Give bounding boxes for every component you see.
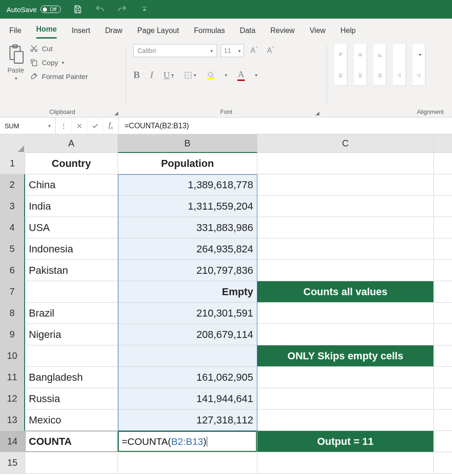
tab-help[interactable]: Help [341,26,356,39]
fill-color-button[interactable] [206,71,215,79]
cell[interactable] [434,238,452,260]
cell[interactable]: Pakistan [25,260,118,281]
cell-A14[interactable]: COUNTA [25,431,118,452]
decrease-indent-icon[interactable] [393,65,406,86]
tab-data[interactable]: Data [240,26,255,39]
decrease-font-icon[interactable]: A˅ [264,46,277,55]
row-header[interactable]: 14 [0,431,25,452]
cell[interactable] [434,217,452,238]
tab-insert[interactable]: Insert [72,26,90,39]
cell[interactable] [118,452,257,474]
enter-icon[interactable] [87,118,103,134]
row-header[interactable]: 12 [0,388,25,410]
cell-D1[interactable] [434,153,452,174]
cell[interactable]: India [25,196,118,217]
row-header[interactable]: 5 [0,238,25,260]
col-header-A[interactable]: A [25,134,118,153]
cell[interactable] [434,260,452,281]
cell[interactable]: 161,062,905 [118,367,257,388]
orientation-icon[interactable]: ▾ [413,44,426,66]
cell[interactable]: USA [25,217,118,238]
cell-B14-active[interactable]: =COUNTA(B2:B13) [118,431,257,452]
cell[interactable]: 1,389,618,778 [118,174,257,196]
align-left-icon[interactable] [334,65,347,86]
align-bottom-icon[interactable] [373,44,386,66]
cell[interactable]: 264,935,824 [118,238,257,260]
tab-review[interactable]: Review [270,26,295,39]
row-header[interactable]: 7 [0,281,25,303]
tab-home[interactable]: Home [36,25,57,39]
align-top-icon[interactable] [334,44,347,66]
tab-view[interactable]: View [309,26,325,39]
align-center-icon[interactable] [354,65,367,86]
cell[interactable] [257,217,434,238]
tab-page-layout[interactable]: Page Layout [138,26,179,39]
cell[interactable] [434,281,452,303]
save-icon[interactable] [72,4,83,15]
font-size-select[interactable]: 11 ▾ [221,44,244,57]
cut-button[interactable]: Cut [30,44,88,53]
cell[interactable]: Russia [25,388,118,410]
annotation-cell[interactable]: Output = 11 [257,431,434,452]
cell-C1[interactable] [257,153,434,174]
cell[interactable]: Nigeria [25,324,118,345]
increase-font-icon[interactable]: A˄ [248,46,261,55]
annotation-cell[interactable]: ONLY Skips empty cells [257,345,434,367]
cell-A1[interactable]: Country [25,153,118,174]
redo-icon[interactable] [117,4,128,15]
cell[interactable] [257,174,434,196]
formula-input[interactable]: =COUNTA(B2:B13) [119,122,452,130]
cell[interactable]: Empty [118,281,257,303]
tab-draw[interactable]: Draw [105,26,122,39]
cell[interactable] [257,324,434,345]
row-header[interactable]: 10 [0,345,25,367]
col-header-C[interactable]: C [257,134,434,153]
align-right-icon[interactable] [373,65,386,86]
cell[interactable]: China [25,174,118,196]
cell[interactable] [25,452,118,474]
dialog-launcher-icon[interactable]: ◢ [114,110,118,116]
cell[interactable]: 1,311,559,204 [118,196,257,217]
copy-button[interactable]: Copy ▾ [30,58,88,66]
name-box[interactable]: SUM ▾ [0,118,56,134]
qat-dropdown-icon[interactable] [139,4,150,15]
align-middle-icon[interactable] [354,44,367,66]
cell[interactable]: 127,318,112 [118,410,257,431]
row-header[interactable]: 3 [0,196,25,217]
cell[interactable] [434,452,452,474]
format-painter-button[interactable]: Format Painter [30,72,88,80]
undo-icon[interactable] [94,4,105,15]
col-header-B[interactable]: B [118,134,257,153]
cell[interactable]: 210,301,591 [118,303,257,324]
cell[interactable] [434,196,452,217]
select-all-corner[interactable] [0,134,25,153]
paste-button[interactable]: Paste ▾ [7,44,25,81]
row-header[interactable]: 6 [0,260,25,281]
cell[interactable]: 210,797,836 [118,260,257,281]
spreadsheet-grid[interactable]: A B C 1 Country Population 2 China 1,389… [0,134,452,474]
cell[interactable] [25,281,118,303]
cell[interactable]: 141,944,641 [118,388,257,410]
cell[interactable] [434,345,452,367]
italic-button[interactable]: I [150,69,153,81]
cell[interactable] [434,388,452,410]
cell[interactable] [257,238,434,260]
cell[interactable]: 331,883,986 [118,217,257,238]
annotation-cell[interactable]: Counts all values [257,281,434,303]
cell-B1[interactable]: Population [118,153,257,174]
row-header[interactable]: 8 [0,303,25,324]
font-name-select[interactable]: Calibri ▾ [133,44,217,57]
tab-formulas[interactable]: Formulas [194,26,225,39]
chevron-down-icon[interactable]: ▾ [225,73,227,78]
cancel-icon[interactable] [72,118,87,134]
cell[interactable]: Indonesia [25,238,118,260]
cell[interactable]: Bangladesh [25,367,118,388]
cell[interactable] [257,388,434,410]
cell[interactable] [257,260,434,281]
cell[interactable]: 208,679,114 [118,324,257,345]
cell[interactable] [434,431,452,452]
fx-icon[interactable]: fx [103,118,119,134]
autosave-toggle[interactable]: Off [40,6,60,13]
cell[interactable]: Brazil [25,303,118,324]
chevron-down-icon[interactable]: ▾ [255,73,257,78]
